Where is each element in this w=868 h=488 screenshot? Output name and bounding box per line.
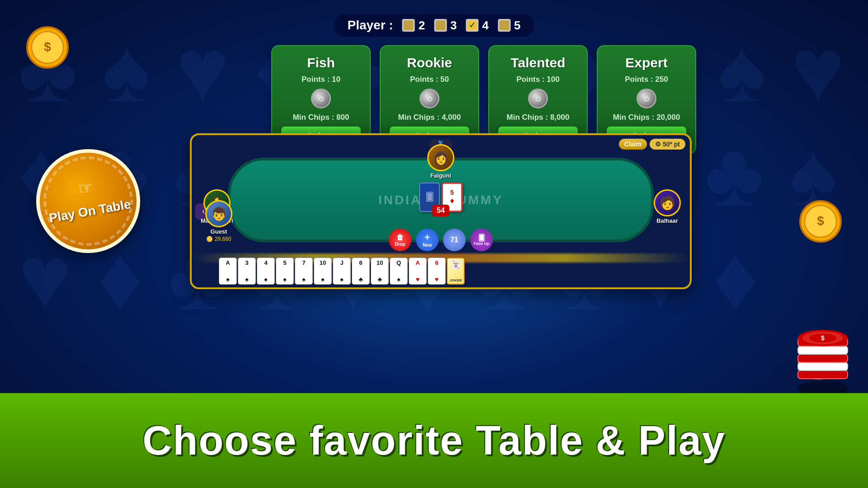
player-avatar-guest: 👦 Guest 🪙 29,660: [205, 200, 232, 242]
coin-decoration-tr: $: [798, 199, 843, 244]
new-label: New: [423, 243, 432, 248]
player-checkbox-4[interactable]: [466, 19, 479, 32]
avatar-circle-guest: 👦: [205, 200, 232, 227]
avatar-circle-balhaar: 🧑: [654, 189, 681, 216]
svg-text:$: $: [817, 214, 824, 228]
table-title-talented: Talented: [510, 55, 565, 70]
faceup-button[interactable]: 🂠 Face Up: [470, 229, 493, 251]
player-num-2: 2: [419, 19, 425, 33]
player-num-4: 4: [482, 19, 489, 33]
avatar-name-balhaar: Balhaar: [656, 217, 678, 224]
table-chips-rookie: Min Chips : 4,000: [398, 113, 461, 122]
claim-area: Claim ⚙ 50* pt: [619, 139, 685, 150]
player-avatar-balhaar: 🧑 Balhaar: [654, 189, 681, 224]
pts-text: 50* pt: [663, 141, 680, 148]
hand-card-6[interactable]: 10 ♠: [314, 258, 332, 285]
guest-chips: 🪙 29,660: [206, 236, 231, 242]
hand-card-7[interactable]: J ♠: [333, 258, 351, 285]
hand-card-joker[interactable]: 🃏 JOKER: [447, 258, 465, 285]
avatar-name-guest: Guest: [211, 228, 227, 235]
chip-icon-talented: ⊙: [528, 89, 548, 108]
table-points-talented: Points : 100: [516, 75, 559, 84]
bottom-banner-text: Choose favorite Table & Play: [142, 418, 726, 464]
faceup-label: Face Up: [473, 241, 489, 246]
player-option-5[interactable]: 5: [498, 19, 520, 33]
new-button[interactable]: + New: [416, 229, 439, 251]
action-buttons: 🗑 Drop + New 71 🂠 Face Up: [389, 229, 493, 251]
table-title-rookie: Rookie: [407, 55, 452, 70]
svg-text:$: $: [44, 40, 51, 54]
player-checkbox-5[interactable]: [498, 19, 510, 32]
svg-rect-17: [798, 346, 848, 354]
player-avatar-falguni: 👩 Falguni: [427, 144, 454, 179]
hand-card-10[interactable]: Q ♠: [390, 258, 408, 285]
avatar-circle-falguni: 👩: [427, 144, 454, 171]
player-option-2[interactable]: 2: [402, 19, 425, 33]
chip-icon-fish: ⊙: [311, 89, 331, 108]
table-chips-talented: Min Chips : 8,000: [507, 113, 570, 122]
hand-card-2[interactable]: 3 ♠: [238, 258, 256, 285]
hand-card-4[interactable]: 5 ♠: [276, 258, 294, 285]
drop-button[interactable]: 🗑 Drop: [389, 229, 411, 251]
player-label: Player :: [347, 18, 393, 33]
game-preview-inner: ‹ 🏅 Claim ⚙ 50* pt INDIAN RUMMY 🂠: [192, 135, 690, 287]
table-points-rookie: Points : 50: [410, 75, 449, 84]
player-selector-bar: Player : 2 3 4 5: [334, 14, 534, 37]
player-option-3[interactable]: 3: [434, 19, 457, 33]
hand-card-5[interactable]: 7 ♠: [295, 258, 313, 285]
pts-badge: ⚙ 50* pt: [650, 139, 685, 150]
pts-icon: ⚙: [655, 141, 661, 148]
claim-button[interactable]: Claim: [619, 139, 647, 150]
score-tile: 54: [432, 205, 449, 216]
bottom-banner: Choose favorite Table & Play: [0, 393, 868, 488]
hand-card-11[interactable]: A ♥: [409, 258, 427, 285]
hand-card-8[interactable]: 6 ♣: [352, 258, 370, 285]
chip-decoration-red: $: [787, 321, 859, 393]
table-title-expert: Expert: [625, 55, 667, 70]
game-preview: ‹ 🏅 Claim ⚙ 50* pt INDIAN RUMMY 🂠: [190, 133, 692, 289]
play-badge-text: Play On Table: [42, 192, 137, 231]
svg-text:$: $: [821, 334, 825, 342]
player-num-3: 3: [450, 19, 457, 33]
svg-point-10: [798, 380, 848, 393]
coin-decoration-tl: $: [25, 25, 70, 70]
chip-icon-rookie: ⊙: [420, 89, 439, 108]
play-on-table-badge[interactable]: Play On Table: [28, 141, 148, 261]
avatar-name-falguni: Falguni: [430, 172, 451, 179]
hand-card-12[interactable]: 6 ♥: [428, 258, 446, 285]
score-71-label: 71: [450, 236, 458, 244]
hand-cards: A ♠ 3 ♠ 4 ♠ 5 ♠ 7 ♠ 10 ♠: [219, 258, 685, 285]
player-checkbox-2[interactable]: [402, 19, 415, 32]
hand-card-9[interactable]: 10 ♣: [371, 258, 389, 285]
player-num-5: 5: [514, 19, 520, 33]
svg-rect-15: [798, 354, 848, 362]
svg-rect-13: [798, 362, 848, 371]
drop-label: Drop: [395, 242, 405, 247]
table-title-fish: Fish: [307, 55, 335, 70]
table-points-fish: Points : 10: [302, 75, 340, 84]
svg-rect-11: [798, 371, 848, 379]
table-points-expert: Points : 250: [625, 75, 668, 84]
table-chips-expert: Min Chips : 20,000: [613, 113, 680, 122]
player-option-4[interactable]: 4: [466, 19, 489, 33]
player-checkbox-3[interactable]: [434, 19, 447, 32]
hand-card-3[interactable]: 4 ♠: [257, 258, 275, 285]
chip-icon-expert: ⊙: [637, 89, 656, 108]
hand-card-1[interactable]: A ♠: [219, 258, 237, 285]
score-71-button[interactable]: 71: [443, 229, 466, 251]
table-chips-fish: Min Chips : 800: [293, 113, 349, 122]
